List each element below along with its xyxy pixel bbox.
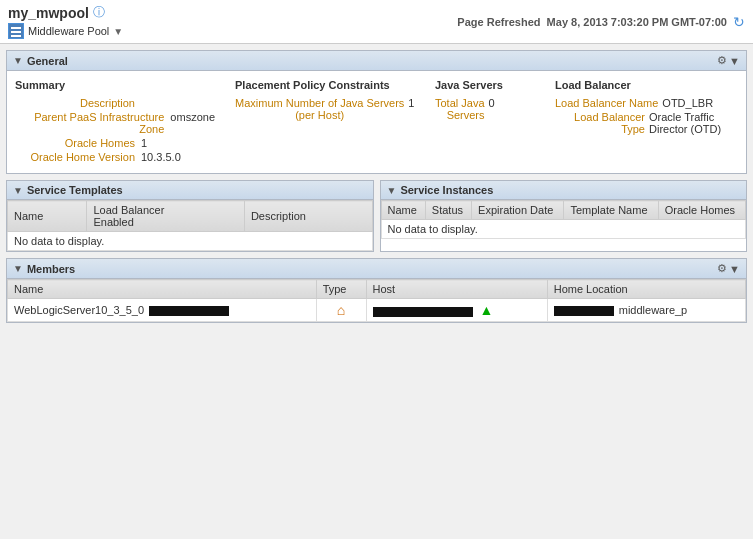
general-title-label: General	[27, 55, 68, 67]
service-templates-header-row: Name Load BalancerEnabled Description	[8, 201, 373, 232]
members-gear-icon: ⚙	[717, 262, 727, 275]
host-redacted	[373, 307, 473, 317]
lb-name-label: Load Balancer Name	[555, 97, 658, 109]
members-gear-button[interactable]: ⚙ ▼	[717, 262, 740, 275]
total-java-label: Total JavaServers	[435, 97, 485, 121]
members-title: ▼ Members	[13, 263, 75, 275]
home-location-redacted	[554, 306, 614, 316]
service-templates-no-data: No data to display.	[8, 232, 373, 251]
header-right: Page Refreshed May 8, 2013 7:03:20 PM GM…	[457, 14, 745, 30]
service-templates-panel: ▼ Service Templates Name Load BalancerEn…	[6, 180, 374, 252]
general-content: Summary Description Parent PaaS Infrastr…	[7, 71, 746, 173]
total-java-row: Total JavaServers 0	[435, 97, 535, 121]
member-host-cell: ▲	[366, 299, 547, 322]
general-section-title: ▼ General	[13, 55, 68, 67]
members-col-name: Name	[8, 280, 317, 299]
member-type-cell: ⌂	[316, 299, 366, 322]
st-col-description: Description	[244, 201, 372, 232]
info-icon[interactable]: ⓘ	[93, 4, 105, 21]
st-col-name: Name	[8, 201, 87, 232]
service-templates-table: Name Load BalancerEnabled Description No…	[7, 200, 373, 251]
members-gear-arrow: ▼	[729, 263, 740, 275]
members-collapse-icon[interactable]: ▼	[13, 263, 23, 274]
service-instances-title: ▼ Service Instances	[387, 184, 494, 196]
breadcrumb-label: Middleware Pool	[28, 25, 109, 37]
oracle-homes-row: Oracle Homes 1	[15, 137, 215, 149]
members-section-header: ▼ Members ⚙ ▼	[7, 259, 746, 279]
load-balancer-header: Load Balancer	[555, 79, 753, 91]
si-col-name: Name	[381, 201, 425, 220]
refresh-icon[interactable]: ↻	[733, 14, 745, 30]
lb-type-label: Load Balancer Type	[555, 111, 645, 135]
oracle-home-version-row: Oracle Home Version 10.3.5.0	[15, 151, 215, 163]
two-panel-row: ▼ Service Templates Name Load BalancerEn…	[6, 180, 747, 252]
members-col-home-location: Home Location	[547, 280, 745, 299]
middleware-pool-icon	[8, 23, 24, 39]
description-label: Description	[15, 97, 135, 109]
service-instances-header-row: Name Status Expiration Date Template Nam…	[381, 201, 746, 220]
members-header-row: Name Type Host Home Location	[8, 280, 746, 299]
total-java-value: 0	[489, 97, 495, 121]
breadcrumb: Middleware Pool ▼	[8, 23, 123, 39]
service-templates-collapse-icon[interactable]: ▼	[13, 185, 23, 196]
general-collapse-icon[interactable]: ▼	[13, 55, 23, 66]
home-location-text: middleware_p	[619, 304, 687, 316]
gear-dropdown-arrow: ▼	[729, 55, 740, 67]
svg-rect-1	[11, 27, 21, 29]
summary-header: Summary	[15, 79, 215, 91]
service-instances-no-data-row: No data to display.	[381, 220, 746, 239]
si-col-template: Template Name	[564, 201, 658, 220]
parent-value: omszone	[170, 111, 215, 135]
load-balancer-column: Load Balancer Load Balancer Name OTD_LBR…	[555, 79, 753, 165]
home-type-icon: ⌂	[337, 302, 345, 318]
page-title: my_mwpool	[8, 5, 89, 21]
service-templates-no-data-row: No data to display.	[8, 232, 373, 251]
parent-label: Parent PaaS Infrastructure Zone	[15, 111, 164, 135]
service-instances-no-data: No data to display.	[381, 220, 746, 239]
service-instances-panel: ▼ Service Instances Name Status Expirati…	[380, 180, 748, 252]
svg-rect-3	[11, 35, 21, 37]
java-servers-header: Java Servers	[435, 79, 535, 91]
title-row: my_mwpool ⓘ	[8, 4, 123, 21]
summary-column: Summary Description Parent PaaS Infrastr…	[15, 79, 215, 165]
oracle-home-version-label: Oracle Home Version	[15, 151, 135, 163]
parent-row: Parent PaaS Infrastructure Zone omszone	[15, 111, 215, 135]
service-instances-label: Service Instances	[400, 184, 493, 196]
description-row: Description	[15, 97, 215, 109]
page-refreshed-text: Page Refreshed May 8, 2013 7:03:20 PM GM…	[457, 16, 727, 28]
service-instances-header: ▼ Service Instances	[381, 181, 747, 200]
placement-header: Placement Policy Constraints	[235, 79, 415, 91]
members-col-type: Type	[316, 280, 366, 299]
lb-name-row: Load Balancer Name OTD_LBR	[555, 97, 753, 109]
lb-name-value: OTD_LBR	[662, 97, 713, 109]
si-col-oracle-homes: Oracle Homes	[658, 201, 745, 220]
general-gear-button[interactable]: ⚙ ▼	[717, 54, 740, 67]
service-instances-collapse-icon[interactable]: ▼	[387, 185, 397, 196]
member-name-redacted	[149, 306, 229, 316]
java-servers-column: Java Servers Total JavaServers 0	[435, 79, 535, 165]
breadcrumb-arrow: ▼	[113, 26, 123, 37]
si-col-expiration: Expiration Date	[472, 201, 564, 220]
member-name-text: WebLogicServer10_3_5_0	[14, 304, 144, 316]
service-templates-title: ▼ Service Templates	[13, 184, 123, 196]
max-java-label: Maximum Number of Java Servers(per Host)	[235, 97, 404, 121]
gear-icon: ⚙	[717, 54, 727, 67]
service-instances-table: Name Status Expiration Date Template Nam…	[381, 200, 747, 239]
member-home-location-cell: middleware_p	[547, 299, 745, 322]
lb-type-row: Load Balancer Type Oracle Traffic Direct…	[555, 111, 753, 135]
host-status-arrow: ▲	[480, 302, 494, 318]
table-row: WebLogicServer10_3_5_0 ⌂ ▲ middleware_p	[8, 299, 746, 322]
members-label: Members	[27, 263, 75, 275]
service-templates-label: Service Templates	[27, 184, 123, 196]
page-refreshed-prefix: Page Refreshed	[457, 16, 540, 28]
st-col-lb-enabled: Load BalancerEnabled	[87, 201, 244, 232]
header: my_mwpool ⓘ Middleware Pool ▼ Page Refre…	[0, 0, 753, 44]
placement-column: Placement Policy Constraints Maximum Num…	[235, 79, 415, 165]
max-java-row: Maximum Number of Java Servers(per Host)…	[235, 97, 415, 121]
member-name-cell: WebLogicServer10_3_5_0	[8, 299, 317, 322]
oracle-home-version-value: 10.3.5.0	[141, 151, 181, 163]
svg-rect-2	[11, 31, 21, 33]
general-section-header: ▼ General ⚙ ▼	[7, 51, 746, 71]
main-content: ▼ General ⚙ ▼ Summary Description Parent…	[0, 44, 753, 535]
max-java-value: 1	[408, 97, 414, 109]
